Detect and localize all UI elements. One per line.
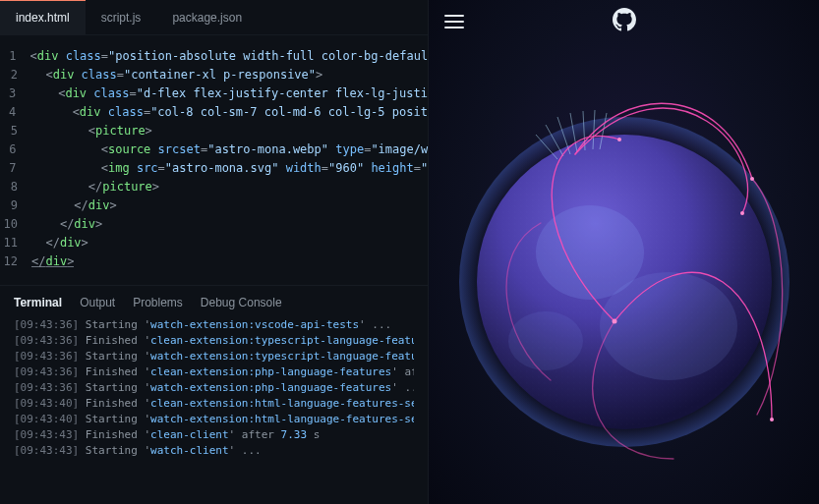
terminal-line: [09:43:36] Starting 'watch-extension:vsc… (14, 317, 414, 333)
code-line[interactable]: 7 <img src="astro-mona.svg" width="960" … (0, 159, 428, 178)
terminal-output[interactable]: [09:43:36] Starting 'watch-extension:vsc… (0, 317, 428, 469)
terminal-line: [09:43:36] Finished 'clean-extension:php… (14, 364, 414, 380)
line-number: 8 (0, 178, 31, 196)
terminal-line: [09:43:43] Finished 'clean-client' after… (14, 427, 414, 443)
globe-visual (429, 0, 819, 504)
code-text: </div> (31, 234, 88, 252)
svg-point-18 (617, 138, 621, 141)
code-text: </div> (31, 252, 74, 271)
editor-pane: index.htmlscript.jspackage.json 1<div cl… (0, 0, 429, 504)
code-line[interactable]: 11 </div> (0, 234, 428, 252)
terminal-line: [09:43:40] Finished 'clean-extension:htm… (14, 396, 414, 412)
svg-point-16 (740, 211, 744, 215)
preview-pane (429, 0, 819, 504)
editor-tab[interactable]: index.html (0, 0, 86, 34)
line-number: 9 (0, 196, 31, 215)
hamburger-menu-icon[interactable] (444, 15, 464, 28)
code-text: <div class="container-xl p-responsive"> (31, 66, 322, 84)
code-text: <picture> (31, 122, 152, 140)
line-number: 10 (0, 215, 31, 234)
code-text: <div class="d-flex flex-justify-center f… (29, 84, 428, 103)
panel-tab[interactable]: Problems (133, 296, 183, 309)
terminal-line: [09:43:36] Finished 'clean-extension:typ… (14, 333, 414, 349)
line-number: 12 (0, 252, 31, 271)
line-number: 6 (0, 140, 30, 159)
editor-tab[interactable]: script.js (86, 0, 157, 34)
line-number: 11 (0, 234, 31, 252)
app-root: index.htmlscript.jspackage.json 1<div cl… (0, 0, 819, 504)
preview-header (429, 0, 819, 43)
editor-tabs: index.htmlscript.jspackage.json (0, 0, 428, 35)
line-number: 1 (0, 47, 30, 66)
svg-point-17 (750, 177, 754, 181)
code-text: </picture> (31, 178, 159, 196)
code-text: <img src="astro-mona.svg" width="960" he… (30, 159, 428, 178)
code-line[interactable]: 3 <div class="d-flex flex-justify-center… (0, 84, 428, 103)
code-editor[interactable]: 1<div class="position-absolute width-ful… (0, 35, 428, 285)
code-text: </div> (31, 215, 102, 234)
code-line[interactable]: 6 <source srcset="astro-mona.webp" type=… (0, 140, 428, 159)
terminal-line: [09:43:40] Starting 'watch-extension:htm… (14, 412, 414, 427)
panel-tab[interactable]: Output (80, 296, 115, 309)
line-number: 2 (0, 66, 31, 84)
code-line[interactable]: 5 <picture> (0, 122, 428, 140)
terminal-line: [09:43:36] Starting 'watch-extension:typ… (14, 349, 414, 364)
editor-tab[interactable]: package.json (156, 0, 258, 34)
svg-point-15 (612, 318, 616, 323)
code-line[interactable]: 2 <div class="container-xl p-responsive"… (0, 66, 428, 84)
code-line[interactable]: 12</div> (0, 252, 428, 271)
code-line[interactable]: 9 </div> (0, 196, 428, 215)
svg-point-6 (600, 272, 737, 380)
svg-point-19 (770, 418, 774, 421)
code-line[interactable]: 8 </picture> (0, 178, 428, 196)
line-number: 4 (0, 103, 29, 122)
code-text: </div> (31, 196, 117, 215)
code-line[interactable]: 4 <div class="col-8 col-sm-7 col-md-6 co… (0, 103, 428, 122)
panel-tab[interactable]: Debug Console (201, 296, 282, 309)
code-text: <div class="col-8 col-sm-7 col-md-6 col-… (29, 103, 428, 122)
terminal-line: [09:43:43] Starting 'watch-client' ... (14, 443, 414, 459)
terminal-line: [09:43:36] Starting 'watch-extension:php… (14, 380, 414, 396)
code-text: <div class="position-absolute width-full… (30, 47, 428, 66)
code-line[interactable]: 10 </div> (0, 215, 428, 234)
github-logo-icon[interactable] (613, 8, 636, 35)
line-number: 7 (0, 159, 30, 178)
panel-tab[interactable]: Terminal (14, 296, 62, 309)
code-line[interactable]: 1<div class="position-absolute width-ful… (0, 47, 428, 66)
line-number: 5 (0, 122, 31, 140)
code-text: <source srcset="astro-mona.webp" type="i… (30, 140, 428, 159)
panel-tabs: TerminalOutputProblemsDebug Console (0, 285, 428, 317)
line-number: 3 (0, 84, 29, 103)
